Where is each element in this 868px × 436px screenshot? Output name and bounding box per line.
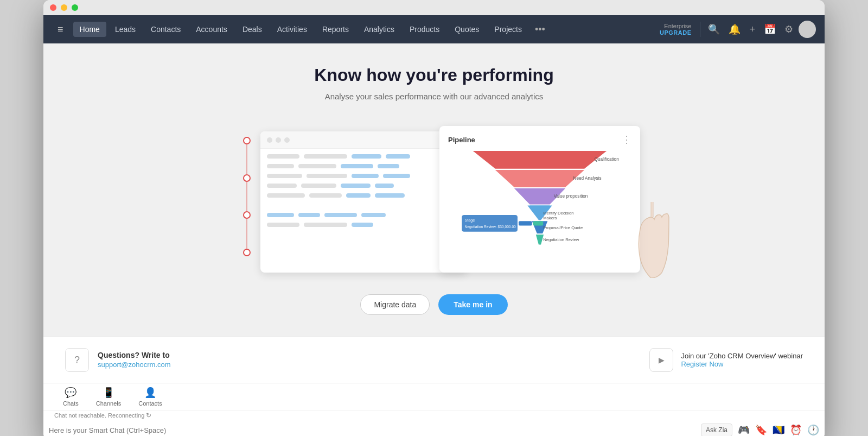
migrate-data-button[interactable]: Migrate data (360, 294, 430, 315)
game-icon[interactable]: 🎮 (738, 424, 750, 436)
crm-list-card (260, 131, 467, 273)
hero-illustration: Pipeline ⋮ Qualification Need Analysis V… (228, 121, 640, 273)
contacts-icon: 👤 (144, 387, 156, 399)
svg-text:Need Analysis: Need Analysis (573, 176, 602, 181)
svg-text:Proposal/Price Quote: Proposal/Price Quote (543, 225, 583, 230)
webinar-label: Join our 'Zoho CRM Overview' webinar (681, 352, 803, 360)
history-icon[interactable]: 🕐 (807, 424, 819, 436)
questions-label: Questions? Write to (98, 351, 171, 359)
svg-text:Identify Decision: Identify Decision (543, 211, 573, 216)
timeline-dot-2 (243, 174, 251, 182)
chats-label: Chats (63, 400, 79, 407)
nav-item-contacts[interactable]: Contacts (144, 22, 187, 37)
more-icon[interactable]: ••• (531, 22, 550, 37)
main-content: Know how you're performing Analyse your … (43, 43, 825, 436)
nav-item-reports[interactable]: Reports (316, 22, 355, 37)
svg-text:Qualification: Qualification (595, 157, 620, 162)
hero-title: Know how you're performing (314, 65, 553, 85)
svg-text:Negotiation Review: Negotiation Review (543, 237, 579, 242)
translate-icon[interactable]: 🇧🇦 (773, 424, 784, 436)
nav-item-home[interactable]: Home (73, 22, 106, 37)
nav-item-products[interactable]: Products (403, 22, 446, 37)
enterprise-label: Enterprise (664, 23, 691, 29)
take-me-in-button[interactable]: Take me in (438, 294, 507, 315)
chat-icon: 💬 (65, 387, 76, 399)
svg-marker-2 (495, 170, 584, 187)
funnel-chart: Qualification Need Analysis Value propos… (448, 151, 631, 257)
minimize-dot[interactable] (61, 4, 67, 11)
close-dot[interactable] (50, 4, 56, 11)
nav-item-activities[interactable]: Activities (271, 22, 314, 37)
funnel-card: Pipeline ⋮ Qualification Need Analysis V… (439, 126, 640, 273)
footer-contact-info: Questions? Write to support@zohocrm.com (98, 351, 171, 369)
crm-card-body (260, 149, 467, 232)
timeline-dot-4 (243, 249, 251, 256)
svg-marker-12 (536, 235, 544, 244)
timeline-line-2 (246, 182, 247, 212)
enterprise-badge: Enterprise UPGRADE (660, 23, 692, 36)
contacts-label: Contacts (138, 400, 162, 407)
svg-text:Value proposition: Value proposition (554, 194, 588, 199)
footer-left: ? Questions? Write to support@zohocrm.co… (65, 348, 171, 372)
bookmark-icon[interactable]: 🔖 (755, 424, 767, 436)
nav-divider (700, 22, 700, 37)
search-icon[interactable]: 🔍 (705, 20, 723, 39)
funnel-title: Pipeline (448, 136, 475, 144)
add-icon[interactable]: + (746, 21, 758, 39)
titlebar (43, 0, 825, 15)
nav-item-leads[interactable]: Leads (108, 22, 142, 37)
chatbar-tab-channels[interactable]: 📱 Channels (87, 383, 130, 410)
chatbar-tabs: 💬 Chats 📱 Channels 👤 Contacts (43, 383, 825, 410)
reconnect-text: Chat not reachable. Reconnecting ↻ (43, 410, 825, 420)
chatbar-actions: Ask Zia 🎮 🔖 🇧🇦 ⏰ 🕐 (701, 424, 819, 436)
timeline-line (246, 144, 247, 174)
ask-zia-button[interactable]: Ask Zia (701, 424, 732, 436)
crm-card-header (260, 131, 467, 149)
hamburger-icon[interactable]: ≡ (52, 21, 69, 39)
nav-item-accounts[interactable]: Accounts (189, 22, 234, 37)
svg-rect-14 (462, 215, 518, 232)
funnel-more-icon[interactable]: ⋮ (622, 134, 631, 146)
nav-item-analytics[interactable]: Analytics (358, 22, 401, 37)
navbar: ≡ Home Leads Contacts Accounts Deals Act… (43, 15, 825, 43)
nav-item-quotes[interactable]: Quotes (448, 22, 486, 37)
hand-illustration (629, 202, 673, 278)
svg-marker-0 (473, 151, 607, 169)
calendar-icon[interactable]: 📅 (761, 20, 779, 39)
svg-text:Negotiation Review: $30,000.00: Negotiation Review: $30,000.00 (464, 225, 516, 229)
settings-icon[interactable]: ⚙ (781, 20, 796, 39)
chatbar-tab-chats[interactable]: 💬 Chats (54, 383, 87, 410)
nav-item-projects[interactable]: Projects (488, 22, 528, 37)
svg-rect-18 (533, 221, 543, 225)
channels-label: Channels (96, 400, 121, 407)
nav-item-deals[interactable]: Deals (236, 22, 269, 37)
chatbar: 💬 Chats 📱 Channels 👤 Contacts Chat not r… (43, 383, 825, 436)
chatbar-input-row: Ask Zia 🎮 🔖 🇧🇦 ⏰ 🕐 (43, 420, 825, 436)
timeline-dot-3 (243, 211, 251, 219)
funnel-card-header: Pipeline ⋮ (448, 134, 631, 146)
clock-icon[interactable]: ⏰ (790, 424, 802, 436)
maximize-dot[interactable] (72, 4, 78, 11)
hero-subtitle: Analyse your sales performance with our … (325, 92, 544, 101)
svg-text:Makers: Makers (543, 216, 557, 220)
timeline-dot-1 (243, 137, 251, 144)
smart-chat-input[interactable] (49, 426, 697, 434)
footer-right: ▶ Join our 'Zoho CRM Overview' webinar R… (649, 348, 803, 372)
reconnect-spinner-icon: ↻ (146, 412, 151, 419)
play-button[interactable]: ▶ (649, 348, 673, 372)
notifications-icon[interactable]: 🔔 (725, 20, 744, 39)
app-window: ≡ Home Leads Contacts Accounts Deals Act… (43, 0, 825, 436)
upgrade-label[interactable]: UPGRADE (660, 29, 692, 36)
register-link[interactable]: Register Now (681, 360, 803, 368)
channels-icon: 📱 (103, 387, 114, 399)
avatar[interactable] (799, 21, 816, 38)
svg-text:Stage: Stage (464, 218, 475, 223)
svg-rect-17 (519, 221, 532, 225)
help-icon: ? (65, 348, 89, 372)
support-email-link[interactable]: support@zohocrm.com (98, 361, 171, 369)
buttons-row: Migrate data Take me in (360, 294, 507, 315)
chatbar-tab-contacts[interactable]: 👤 Contacts (130, 383, 170, 410)
footer: ? Questions? Write to support@zohocrm.co… (43, 337, 825, 383)
webinar-info: Join our 'Zoho CRM Overview' webinar Reg… (681, 352, 803, 368)
timeline (243, 137, 251, 256)
